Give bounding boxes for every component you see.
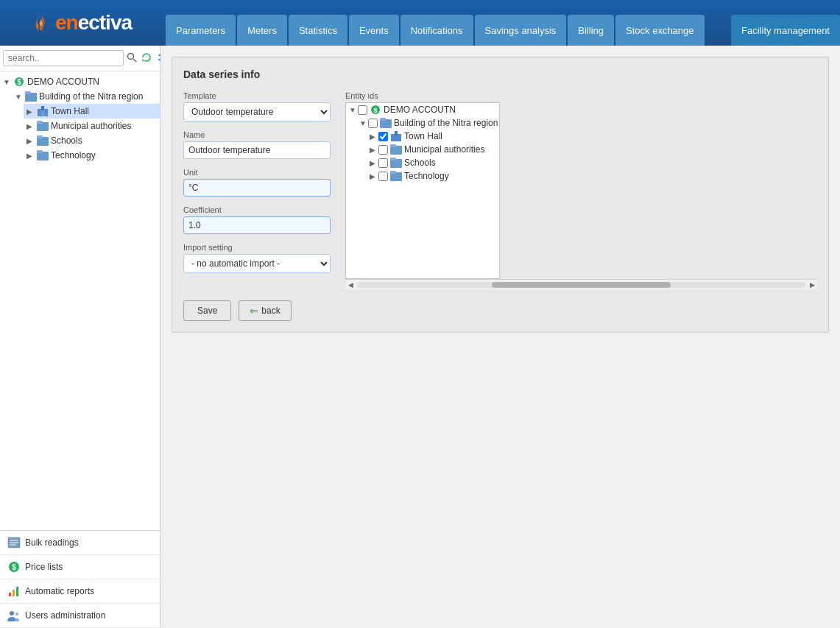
refresh-button[interactable]	[140, 51, 153, 66]
entity-building-icon	[380, 118, 392, 128]
entity-municipal[interactable]: ▶ Municipal authorities	[367, 143, 499, 156]
tree-item-root[interactable]: ▼ $ DEMO ACCOUTN	[0, 74, 160, 89]
search-icon	[127, 52, 137, 63]
tab-meters[interactable]: Meters	[237, 15, 287, 46]
entity-checkbox-nitra[interactable]	[368, 119, 378, 128]
scroll-left-arrow[interactable]: ◀	[345, 280, 356, 290]
tree-expand-townhall[interactable]: ▶	[27, 107, 35, 116]
sidebar-item-users-admin[interactable]: Users administration	[0, 604, 160, 628]
import-select[interactable]: - no automatic import -	[183, 254, 331, 273]
tree-label-townhall: Town Hall	[51, 106, 89, 116]
unit-input[interactable]	[183, 179, 331, 197]
entity-expand-nitra[interactable]: ▼	[359, 119, 367, 127]
entity-technology[interactable]: ▶ Technology	[367, 169, 499, 183]
entity-expand-townhall[interactable]: ▶	[370, 133, 377, 141]
entity-expand-root[interactable]: ▼	[349, 106, 356, 114]
entity-expand-municipal-e[interactable]: ▶	[370, 146, 377, 154]
back-button[interactable]: ⇐ back	[239, 300, 291, 321]
svg-rect-34	[395, 131, 398, 135]
tree-expand-technology[interactable]: ▶	[27, 152, 35, 160]
entity-checkbox-root[interactable]	[358, 105, 367, 115]
tree-expand-nitra[interactable]: ▼	[15, 93, 24, 101]
svg-point-27	[10, 611, 14, 615]
coefficient-input[interactable]	[183, 216, 331, 234]
tab-billing[interactable]: Billing	[568, 15, 614, 46]
entity-label-schools: Schools	[404, 158, 436, 168]
logo-area: enectiva	[0, 11, 162, 35]
svg-line-1	[133, 59, 136, 62]
svg-rect-40	[390, 171, 396, 174]
scroll-track	[357, 282, 805, 288]
bulk-readings-icon	[7, 537, 21, 548]
entity-checkbox-technology[interactable]	[378, 172, 388, 181]
tree-expand-municipal[interactable]: ▶	[27, 122, 35, 130]
template-select[interactable]: Outdoor temperature	[183, 102, 331, 121]
entity-checkbox-townhall[interactable]	[378, 132, 388, 141]
svg-text:$: $	[373, 107, 377, 114]
tree-children-nitra: ▶ Town Hall ▶	[12, 104, 160, 163]
save-button[interactable]: Save	[183, 300, 231, 321]
entity-checkbox-municipal[interactable]	[378, 145, 388, 155]
sidebar-item-price-lists[interactable]: $ Price lists	[0, 555, 160, 579]
svg-rect-13	[37, 121, 43, 124]
sidebar-item-bulk-readings[interactable]: Bulk readings	[0, 531, 160, 555]
tree-item-municipal[interactable]: ▶ Municipal authorities	[24, 119, 160, 133]
tab-parameters[interactable]: Parameters	[166, 15, 236, 46]
entity-horizontal-scrollbar[interactable]: ◀ ▶	[345, 279, 817, 289]
entity-municipal-icon	[390, 144, 402, 155]
dollar-icon: $	[13, 76, 25, 88]
tree-item-schools[interactable]: ▶ Schools	[24, 133, 160, 148]
entity-label-technology: Technology	[404, 171, 449, 181]
logo-icon	[30, 12, 52, 34]
municipal-icon	[37, 120, 49, 132]
search-button[interactable]	[125, 51, 138, 66]
data-series-panel: Data series info Template Outdoor temper…	[172, 57, 829, 333]
coefficient-group: Coefficient	[183, 205, 331, 234]
tab-facility[interactable]: Facility management	[731, 15, 840, 46]
tab-savings[interactable]: Savings analysis	[475, 15, 567, 46]
entity-expand-schools-e[interactable]: ▶	[370, 159, 377, 167]
price-lists-icon: $	[7, 561, 21, 573]
tree-children-root: ▼ Building of the Nitra region ▶	[0, 89, 160, 163]
tree-item-townhall[interactable]: ▶ Town Hall	[24, 104, 160, 119]
coefficient-label: Coefficient	[183, 205, 331, 214]
entity-ids-label: Entity ids	[345, 91, 817, 100]
svg-rect-11	[40, 110, 45, 116]
tab-notifications[interactable]: Notifications	[400, 15, 473, 46]
entity-nitra[interactable]: ▼ Building of the Nitra region	[356, 116, 499, 130]
entity-schools-icon	[390, 158, 402, 168]
entity-expand-technology-e[interactable]: ▶	[370, 172, 377, 180]
building-folder-icon	[25, 91, 37, 102]
left-form: Template Outdoor temperature Name Unit	[183, 91, 331, 289]
svg-rect-24	[9, 593, 11, 596]
tree-item-technology[interactable]: ▶ Technology	[24, 148, 160, 163]
tree-item-nitra[interactable]: ▼ Building of the Nitra region	[12, 89, 160, 104]
sidebar-item-automatic-reports[interactable]: Automatic reports	[0, 579, 160, 604]
entity-townhall[interactable]: ▶ Town Hall	[367, 130, 499, 143]
name-input[interactable]	[183, 141, 331, 159]
automatic-reports-label: Automatic reports	[25, 586, 94, 596]
users-admin-label: Users administration	[25, 610, 105, 621]
scroll-right-arrow[interactable]: ▶	[807, 280, 817, 290]
entity-schools[interactable]: ▶ Schools	[367, 156, 499, 169]
tab-stock[interactable]: Stock exchange	[615, 15, 705, 46]
tab-events[interactable]: Events	[349, 15, 399, 46]
entity-nitra-children: ▶ Town Hall ▶	[356, 130, 499, 183]
schools-folder-icon	[37, 135, 49, 146]
entity-checkbox-schools[interactable]	[378, 158, 388, 168]
entity-root[interactable]: ▼ $ DEMO ACCOUTN	[346, 103, 499, 116]
svg-text:$: $	[17, 78, 21, 86]
header: enectiva Parameters Meters Statistics Ev…	[0, 0, 840, 46]
entity-label-municipal: Municipal authorities	[404, 144, 484, 155]
template-group: Template Outdoor temperature	[183, 91, 331, 121]
tree-expand-root[interactable]: ▼	[3, 78, 12, 86]
svg-rect-15	[37, 135, 43, 138]
tab-statistics[interactable]: Statistics	[289, 15, 347, 46]
nav-tabs: Parameters Meters Statistics Events Noti…	[162, 0, 840, 46]
tree-label-municipal: Municipal authorities	[51, 121, 131, 131]
price-lists-label: Price lists	[25, 562, 63, 572]
name-group: Name	[183, 130, 331, 159]
search-input[interactable]	[3, 50, 124, 66]
sidebar: ▼ $ DEMO ACCOUTN ▼	[0, 46, 160, 628]
tree-expand-schools[interactable]: ▶	[27, 137, 35, 145]
